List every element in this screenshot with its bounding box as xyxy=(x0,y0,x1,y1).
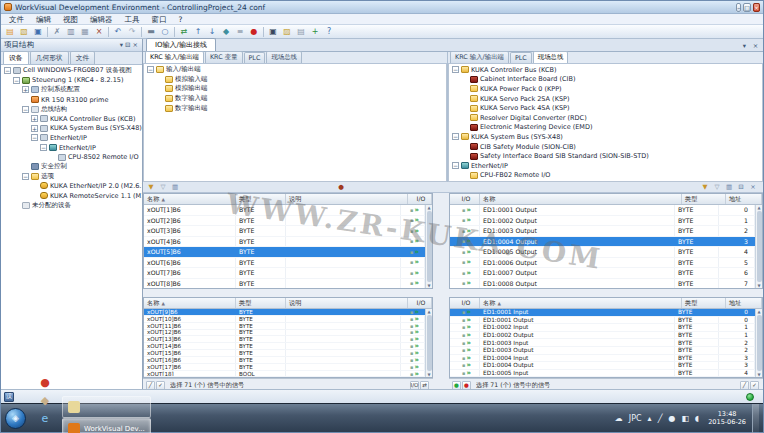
menu-item-2[interactable]: 视图 xyxy=(57,14,84,25)
tree-item[interactable]: KR 150 R3100 prime xyxy=(1,95,142,105)
expander-icon[interactable]: − xyxy=(31,134,38,141)
vertical-scrollbar[interactable]: ▲▼ xyxy=(755,309,762,377)
table-row[interactable]: xOUT[4]B6BYTE▪» xyxy=(144,237,425,248)
tree-item[interactable]: 未分配的设备 xyxy=(1,200,142,210)
menu-item-3[interactable]: 编辑器 xyxy=(84,14,119,25)
table-row[interactable]: ▪»ED1:0001 OutputBYTE0 xyxy=(450,317,755,325)
tree-item[interactable]: 数字输出端 xyxy=(144,103,446,113)
app-icon-ie[interactable]: e xyxy=(36,409,54,427)
column-header-name[interactable]: 名称▲ xyxy=(480,298,682,308)
table-row[interactable]: xOUT[13]B6BYTE▪» xyxy=(144,336,425,343)
table-row[interactable]: ▪»ED1:0001 InputBYTE0 xyxy=(450,309,755,317)
tree-item[interactable]: +KUKA System Bus (SYS-X48) xyxy=(1,124,142,134)
tree-item[interactable]: −Cell WINDOWS-FRG0B07 设备视图 xyxy=(1,66,142,76)
table-row[interactable]: xOUT[11]B6BYTE▪» xyxy=(144,323,425,330)
table-row[interactable]: xOUT[16]B6BYTE▪» xyxy=(144,357,425,364)
menu-item-0[interactable]: 文件 xyxy=(3,14,30,25)
tree-item[interactable]: Safety Interface Board SIB Standard (SIO… xyxy=(449,151,762,161)
krc-tab-2[interactable]: PLC xyxy=(244,52,266,63)
table-row[interactable]: ▪»ED1:0005 InputBYTE4 xyxy=(450,370,755,378)
table-row[interactable]: ▪»ED1:0002 OutputBYTE1 xyxy=(450,332,755,340)
vertical-scrollbar[interactable]: ▲▼ xyxy=(425,205,432,288)
fieldbus-tab-2[interactable]: 现场总线 xyxy=(533,51,569,63)
connect-icon[interactable]: ◆ xyxy=(220,26,232,38)
tree-item[interactable]: CPU-8502 Remote I/O xyxy=(1,152,142,162)
project-tab-1[interactable]: 几何形状 xyxy=(30,51,69,64)
filter-icon[interactable]: ▼ xyxy=(146,183,156,192)
tree-item[interactable]: KUKA Servo Pack 2SA (KSP) xyxy=(449,94,762,104)
table-row[interactable]: ▪»ED1:0004 InputBYTE3 xyxy=(450,355,755,363)
download-icon[interactable]: ↓ xyxy=(206,26,218,38)
table-row[interactable]: xOUT[6]B6BYTE▪» xyxy=(144,258,425,269)
scroll-up-icon[interactable]: ▲ xyxy=(757,205,760,210)
tree-item[interactable]: Cabinet Interface Board (CIB) xyxy=(449,75,762,85)
krc-tab-1[interactable]: KRC 变量 xyxy=(205,51,243,63)
column-header-type[interactable]: 类型 xyxy=(236,194,286,204)
column-header-type[interactable]: 类型 xyxy=(236,298,286,308)
volume-icon[interactable]: ◖ xyxy=(695,414,699,423)
column-header-desc[interactable]: 说明 xyxy=(286,298,408,308)
table-row[interactable]: ▪»ED1:0005 OutputBYTE4 xyxy=(450,247,755,258)
table-row[interactable]: ▪»ED1:0001 OutputBYTE0 xyxy=(450,205,755,216)
tree-item[interactable]: −输入/输出端 xyxy=(144,65,446,75)
table-row[interactable]: ▪»ED1:0008 OutputBYTE7 xyxy=(450,279,755,290)
panel-pin-icon[interactable]: ⊟ xyxy=(124,40,131,50)
filter-icon[interactable]: ▼ xyxy=(700,183,710,192)
expander-icon[interactable]: − xyxy=(147,66,154,73)
vertical-scrollbar[interactable]: ▲▼ xyxy=(755,205,762,288)
scroll-up-icon[interactable]: ▲ xyxy=(427,205,430,210)
cut-icon[interactable]: ✗ xyxy=(51,26,63,38)
expander-icon[interactable]: − xyxy=(22,173,29,180)
tree-item[interactable]: −EtherNet/IP xyxy=(1,133,142,143)
tree-item[interactable]: −KUKA Controller Bus (KCB) xyxy=(449,65,762,75)
scroll-up-icon[interactable]: ▲ xyxy=(757,309,760,314)
table-row[interactable]: xOUT[9]B6BYTE▪» xyxy=(144,309,425,316)
tree-item[interactable]: −Steuerung 1 (KRC4 - 8.2.15) xyxy=(1,76,142,86)
table-row[interactable]: ▪»ED1:0003 OutputBYTE2 xyxy=(450,347,755,355)
table-row[interactable]: xOUT[1]B6BYTE▪» xyxy=(144,205,425,216)
table-row[interactable]: ▪»ED1:0004 OutputBYTE3 xyxy=(450,237,755,248)
archive-icon[interactable]: ▤ xyxy=(295,26,307,38)
pen-icon[interactable]: ╱ xyxy=(658,414,663,423)
scan-icon[interactable]: ≡ xyxy=(234,26,246,38)
tree-item[interactable]: 模拟输入端 xyxy=(144,75,446,85)
column-header-io[interactable]: I/O xyxy=(450,194,480,204)
app-icon-paint[interactable]: ◆ xyxy=(36,391,54,409)
table-row[interactable]: ▪»ED1:0007 OutputBYTE6 xyxy=(450,268,755,279)
scroll-thumb[interactable] xyxy=(757,211,762,282)
table-row[interactable]: xOUT[5]B6BYTE▪» xyxy=(144,247,425,258)
tab-io-mapping[interactable]: IO输入/输出接线 xyxy=(146,38,216,51)
table-row[interactable]: ▪»ED1:0002 InputBYTE1 xyxy=(450,324,755,332)
close-button[interactable]: × xyxy=(753,3,760,12)
table-row[interactable]: xOUT[18]BOOL▪» xyxy=(144,371,425,378)
column-header-desc[interactable]: 说明 xyxy=(286,194,408,204)
tree-item[interactable]: Electronic Mastering Device (EMD) xyxy=(449,123,762,133)
compare-icon[interactable]: ⇄ xyxy=(178,26,190,38)
column-header-name[interactable]: 名称▲ xyxy=(144,194,236,204)
minimize-button[interactable]: – xyxy=(736,3,741,12)
table-row[interactable]: xOUT[8]B6BYTE▪» xyxy=(144,279,425,290)
delete-icon[interactable]: × xyxy=(93,26,105,38)
table-row[interactable]: xOUT[10]B6BYTE▪» xyxy=(144,316,425,323)
cloud-icon[interactable]: ☁ xyxy=(615,414,623,423)
scroll-down-icon[interactable]: ▼ xyxy=(757,283,760,288)
power-icon[interactable]: ◧ xyxy=(681,414,689,423)
upload-icon[interactable]: ↑ xyxy=(192,26,204,38)
tree-item[interactable]: −EtherNet/IP xyxy=(1,143,142,153)
table-row[interactable]: ▪»ED1:0003 OutputBYTE2 xyxy=(450,226,755,237)
fieldbus-tab-0[interactable]: KRC 输入/输出端 xyxy=(450,51,509,63)
krc-tab-3[interactable]: 现场总线 xyxy=(266,51,302,63)
table-row[interactable]: xOUT[3]B6BYTE▪» xyxy=(144,226,425,237)
expander-icon[interactable]: + xyxy=(22,86,29,93)
columns-icon[interactable]: ▥ xyxy=(170,183,180,192)
column-header-io[interactable]: I/O xyxy=(408,194,432,204)
expander-icon[interactable]: − xyxy=(452,133,459,140)
disconnect-icon[interactable]: ● xyxy=(336,183,346,192)
doc-tab-close-icon[interactable]: × xyxy=(750,41,761,51)
menu-item-1[interactable]: 编辑 xyxy=(30,14,57,25)
column-header-io[interactable]: I/O xyxy=(450,298,480,308)
expander-icon[interactable]: − xyxy=(452,66,459,73)
menu-item-6[interactable]: ? xyxy=(173,14,189,25)
table-row[interactable]: ▪»ED1:0002 OutputBYTE1 xyxy=(450,216,755,227)
help-icon[interactable]: ? xyxy=(323,26,335,38)
